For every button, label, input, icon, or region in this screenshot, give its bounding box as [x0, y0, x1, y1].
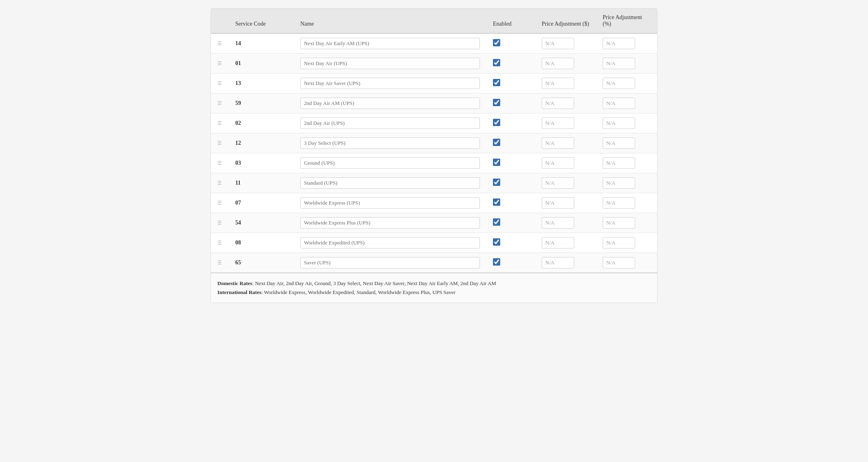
enabled-cell[interactable] — [486, 233, 535, 253]
name-cell[interactable] — [294, 113, 486, 133]
drag-handle-icon[interactable]: ☰ — [217, 41, 222, 46]
price-percent-cell[interactable] — [596, 113, 657, 133]
price-percent-cell[interactable] — [596, 233, 657, 253]
drag-handle-cell[interactable]: ☰ — [211, 233, 229, 253]
drag-handle-icon[interactable]: ☰ — [217, 180, 222, 186]
drag-handle-cell[interactable]: ☰ — [211, 54, 229, 74]
name-input[interactable] — [300, 237, 480, 248]
enabled-checkbox[interactable] — [493, 119, 500, 126]
drag-handle-cell[interactable]: ☰ — [211, 133, 229, 153]
price-percent-input[interactable] — [603, 157, 635, 169]
enabled-checkbox[interactable] — [493, 179, 500, 186]
drag-handle-cell[interactable]: ☰ — [211, 74, 229, 94]
enabled-checkbox[interactable] — [493, 39, 500, 46]
enabled-checkbox[interactable] — [493, 159, 500, 166]
name-cell[interactable] — [294, 173, 486, 193]
enabled-cell[interactable] — [486, 33, 535, 54]
price-dollar-cell[interactable] — [535, 33, 596, 54]
name-input[interactable] — [300, 98, 480, 109]
enabled-cell[interactable] — [486, 253, 535, 273]
drag-handle-icon[interactable]: ☰ — [217, 240, 222, 246]
price-dollar-cell[interactable] — [535, 253, 596, 273]
enabled-cell[interactable] — [486, 213, 535, 233]
enabled-cell[interactable] — [486, 94, 535, 113]
name-cell[interactable] — [294, 94, 486, 113]
price-dollar-cell[interactable] — [535, 193, 596, 213]
drag-handle-icon[interactable]: ☰ — [217, 140, 222, 146]
price-dollar-input[interactable] — [542, 137, 574, 149]
price-dollar-input[interactable] — [542, 98, 574, 109]
price-percent-cell[interactable] — [596, 213, 657, 233]
price-percent-cell[interactable] — [596, 173, 657, 193]
drag-handle-icon[interactable]: ☰ — [217, 260, 222, 266]
price-dollar-input[interactable] — [542, 177, 574, 189]
price-percent-cell[interactable] — [596, 133, 657, 153]
drag-handle-cell[interactable]: ☰ — [211, 153, 229, 173]
drag-handle-cell[interactable]: ☰ — [211, 33, 229, 54]
price-dollar-input[interactable] — [542, 237, 574, 248]
price-dollar-cell[interactable] — [535, 54, 596, 74]
drag-handle-cell[interactable]: ☰ — [211, 253, 229, 273]
name-input[interactable] — [300, 217, 480, 229]
price-percent-input[interactable] — [603, 197, 635, 209]
price-percent-cell[interactable] — [596, 74, 657, 94]
price-dollar-input[interactable] — [542, 78, 574, 89]
enabled-cell[interactable] — [486, 133, 535, 153]
enabled-cell[interactable] — [486, 74, 535, 94]
price-dollar-cell[interactable] — [535, 233, 596, 253]
price-percent-cell[interactable] — [596, 54, 657, 74]
enabled-cell[interactable] — [486, 153, 535, 173]
name-input[interactable] — [300, 78, 480, 89]
name-cell[interactable] — [294, 213, 486, 233]
price-dollar-input[interactable] — [542, 118, 574, 129]
price-dollar-input[interactable] — [542, 157, 574, 169]
price-dollar-input[interactable] — [542, 38, 574, 49]
drag-handle-icon[interactable]: ☰ — [217, 81, 222, 86]
price-dollar-input[interactable] — [542, 257, 574, 268]
price-percent-input[interactable] — [603, 58, 635, 69]
price-dollar-cell[interactable] — [535, 213, 596, 233]
drag-handle-cell[interactable]: ☰ — [211, 193, 229, 213]
price-percent-input[interactable] — [603, 98, 635, 109]
price-percent-input[interactable] — [603, 217, 635, 229]
price-dollar-cell[interactable] — [535, 74, 596, 94]
name-cell[interactable] — [294, 233, 486, 253]
enabled-checkbox[interactable] — [493, 99, 500, 106]
price-dollar-input[interactable] — [542, 197, 574, 209]
price-percent-input[interactable] — [603, 38, 635, 49]
price-percent-cell[interactable] — [596, 153, 657, 173]
name-cell[interactable] — [294, 153, 486, 173]
enabled-checkbox[interactable] — [493, 79, 500, 86]
price-percent-cell[interactable] — [596, 193, 657, 213]
name-input[interactable] — [300, 177, 480, 189]
name-input[interactable] — [300, 38, 480, 49]
price-dollar-input[interactable] — [542, 58, 574, 69]
name-input[interactable] — [300, 58, 480, 69]
name-input[interactable] — [300, 118, 480, 129]
price-dollar-cell[interactable] — [535, 133, 596, 153]
enabled-checkbox[interactable] — [493, 258, 500, 266]
drag-handle-cell[interactable]: ☰ — [211, 94, 229, 113]
name-cell[interactable] — [294, 193, 486, 213]
enabled-cell[interactable] — [486, 54, 535, 74]
drag-handle-icon[interactable]: ☰ — [217, 200, 222, 206]
enabled-checkbox[interactable] — [493, 59, 500, 66]
name-input[interactable] — [300, 137, 480, 149]
drag-handle-icon[interactable]: ☰ — [217, 100, 222, 106]
price-percent-cell[interactable] — [596, 253, 657, 273]
price-percent-input[interactable] — [603, 257, 635, 268]
name-input[interactable] — [300, 197, 480, 209]
price-dollar-cell[interactable] — [535, 113, 596, 133]
enabled-cell[interactable] — [486, 173, 535, 193]
drag-handle-cell[interactable]: ☰ — [211, 113, 229, 133]
price-dollar-cell[interactable] — [535, 94, 596, 113]
drag-handle-icon[interactable]: ☰ — [217, 220, 222, 226]
price-dollar-input[interactable] — [542, 217, 574, 229]
enabled-checkbox[interactable] — [493, 139, 500, 146]
price-percent-input[interactable] — [603, 177, 635, 189]
price-percent-cell[interactable] — [596, 94, 657, 113]
price-percent-input[interactable] — [603, 237, 635, 248]
drag-handle-icon[interactable]: ☰ — [217, 160, 222, 166]
price-percent-input[interactable] — [603, 78, 635, 89]
name-cell[interactable] — [294, 54, 486, 74]
